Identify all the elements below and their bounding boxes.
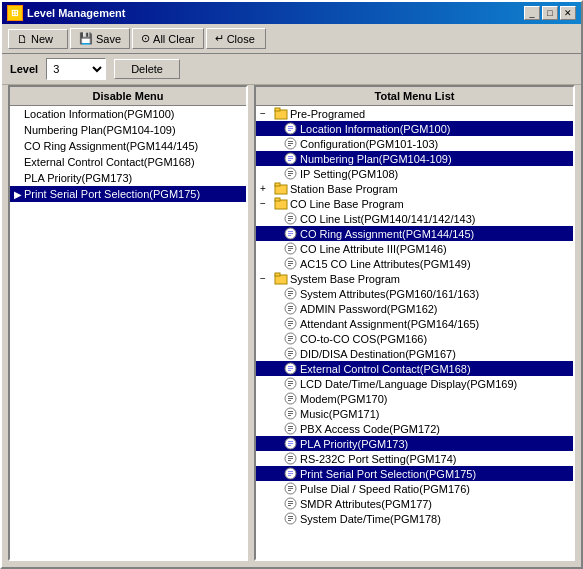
- svg-rect-81: [288, 441, 293, 442]
- left-list-item[interactable]: Numbering Plan(PGM104-109): [10, 122, 246, 138]
- item-icon: [284, 362, 297, 375]
- svg-rect-93: [288, 486, 293, 487]
- toolbar: 🗋 New 💾 Save ⊙ All Clear ↵ Close: [2, 24, 581, 54]
- svg-rect-55: [288, 340, 291, 341]
- svg-rect-85: [288, 456, 293, 457]
- all-clear-label: All Clear: [153, 33, 195, 45]
- svg-rect-36: [288, 263, 293, 264]
- svg-rect-95: [288, 490, 291, 491]
- tree-item[interactable]: Numbering Plan(PGM104-109): [256, 151, 573, 166]
- svg-rect-70: [288, 398, 293, 399]
- tree-item[interactable]: Pulse Dial / Speed Ratio(PGM176): [256, 481, 573, 496]
- svg-rect-28: [288, 233, 293, 234]
- tree-item[interactable]: CO Ring Assignment(PGM144/145): [256, 226, 573, 241]
- tree-section-header[interactable]: −CO Line Base Program: [256, 196, 573, 211]
- level-row: Level 1 2 3 4 5 Delete: [2, 54, 581, 85]
- save-button[interactable]: 💾 Save: [70, 28, 130, 49]
- list-item-text: Print Serial Port Selection(PGM175): [24, 188, 200, 200]
- svg-rect-43: [288, 295, 291, 296]
- tree-item-text: AC15 CO Line Attributes(PGM149): [300, 258, 471, 270]
- svg-rect-90: [288, 473, 293, 474]
- tree-item[interactable]: External Control Contact(PGM168): [256, 361, 573, 376]
- svg-rect-50: [288, 323, 293, 324]
- tree-item[interactable]: ADMIN Password(PGM162): [256, 301, 573, 316]
- svg-rect-99: [288, 505, 291, 506]
- delete-button[interactable]: Delete: [114, 59, 180, 79]
- svg-rect-23: [288, 216, 293, 217]
- level-management-window: ⊞ Level Management _ □ ✕ 🗋 New 💾 Save ⊙ …: [0, 0, 583, 569]
- svg-rect-5: [288, 130, 291, 131]
- item-icon: [284, 377, 297, 390]
- new-button[interactable]: 🗋 New: [8, 29, 68, 49]
- svg-rect-8: [288, 143, 293, 144]
- svg-rect-57: [288, 351, 293, 352]
- svg-rect-65: [288, 381, 293, 382]
- item-icon: [284, 122, 297, 135]
- all-clear-button[interactable]: ⊙ All Clear: [132, 28, 204, 49]
- tree-item[interactable]: CO-to-CO COS(PGM166): [256, 331, 573, 346]
- tree-item[interactable]: PLA Priority(PGM173): [256, 436, 573, 451]
- svg-rect-19: [275, 183, 280, 186]
- item-icon: [284, 512, 297, 525]
- tree-item[interactable]: RS-232C Port Setting(PGM174): [256, 451, 573, 466]
- svg-rect-101: [288, 516, 293, 517]
- tree-item[interactable]: SMDR Attributes(PGM177): [256, 496, 573, 511]
- tree-item-text: SMDR Attributes(PGM177): [300, 498, 432, 510]
- tree-section-header[interactable]: +Station Base Program: [256, 181, 573, 196]
- section-label: Station Base Program: [290, 183, 398, 195]
- left-list-item[interactable]: Location Information(PGM100): [10, 106, 246, 122]
- tree-item[interactable]: AC15 CO Line Attributes(PGM149): [256, 256, 573, 271]
- tree-section-header[interactable]: −System Base Program: [256, 271, 573, 286]
- maximize-button[interactable]: □: [542, 6, 558, 20]
- svg-rect-12: [288, 158, 293, 159]
- svg-rect-89: [288, 471, 293, 472]
- tree-item[interactable]: Attendant Assignment(PGM164/165): [256, 316, 573, 331]
- svg-rect-4: [288, 128, 293, 129]
- expand-icon: −: [260, 273, 272, 284]
- svg-rect-63: [288, 370, 291, 371]
- list-item-text: Numbering Plan(PGM104-109): [24, 124, 176, 136]
- window-title: Level Management: [27, 7, 125, 19]
- minimize-button[interactable]: _: [524, 6, 540, 20]
- right-panel: Total Menu List −Pre-ProgramedLocation I…: [254, 85, 575, 561]
- tree-item[interactable]: Print Serial Port Selection(PGM175): [256, 466, 573, 481]
- right-panel-list: −Pre-ProgramedLocation Information(PGM10…: [256, 106, 573, 559]
- svg-rect-67: [288, 385, 291, 386]
- left-list-item[interactable]: PLA Priority(PGM173): [10, 170, 246, 186]
- svg-rect-62: [288, 368, 293, 369]
- svg-rect-32: [288, 248, 293, 249]
- svg-rect-17: [288, 175, 291, 176]
- tree-item[interactable]: CO Line Attribute III(PGM146): [256, 241, 573, 256]
- close-toolbar-button[interactable]: ↵ Close: [206, 28, 266, 49]
- tree-item[interactable]: Configuration(PGM101-103): [256, 136, 573, 151]
- svg-rect-77: [288, 426, 293, 427]
- level-select[interactable]: 1 2 3 4 5: [46, 58, 106, 80]
- svg-rect-13: [288, 160, 291, 161]
- svg-rect-53: [288, 336, 293, 337]
- tree-item[interactable]: DID/DISA Destination(PGM167): [256, 346, 573, 361]
- tree-item[interactable]: PBX Access Code(PGM172): [256, 421, 573, 436]
- tree-section-header[interactable]: −Pre-Programed: [256, 106, 573, 121]
- tree-item[interactable]: CO Line List(PGM140/141/142/143): [256, 211, 573, 226]
- tree-item[interactable]: Location Information(PGM100): [256, 121, 573, 136]
- left-list-item[interactable]: External Control Contact(PGM168): [10, 154, 246, 170]
- tree-item[interactable]: Modem(PGM170): [256, 391, 573, 406]
- title-bar: ⊞ Level Management _ □ ✕: [2, 2, 581, 24]
- svg-rect-7: [288, 141, 293, 142]
- tree-item-text: Location Information(PGM100): [300, 123, 450, 135]
- tree-item[interactable]: Music(PGM171): [256, 406, 573, 421]
- item-icon: [284, 422, 297, 435]
- close-button[interactable]: ✕: [560, 6, 576, 20]
- tree-item-text: Numbering Plan(PGM104-109): [300, 153, 452, 165]
- tree-item[interactable]: System Attributes(PGM160/161/163): [256, 286, 573, 301]
- item-icon: [284, 257, 297, 270]
- list-item-text: Location Information(PGM100): [24, 108, 174, 120]
- tree-item[interactable]: IP Setting(PGM108): [256, 166, 573, 181]
- tree-item-text: CO Line List(PGM140/141/142/143): [300, 213, 476, 225]
- left-list-item[interactable]: CO Ring Assignment(PGM144/145): [10, 138, 246, 154]
- left-list-item[interactable]: ▶Print Serial Port Selection(PGM175): [10, 186, 246, 202]
- tree-item[interactable]: LCD Date/Time/Language Display(PGM169): [256, 376, 573, 391]
- tree-item[interactable]: System Date/Time(PGM178): [256, 511, 573, 526]
- folder-icon: [274, 272, 288, 285]
- list-item-text: External Control Contact(PGM168): [24, 156, 195, 168]
